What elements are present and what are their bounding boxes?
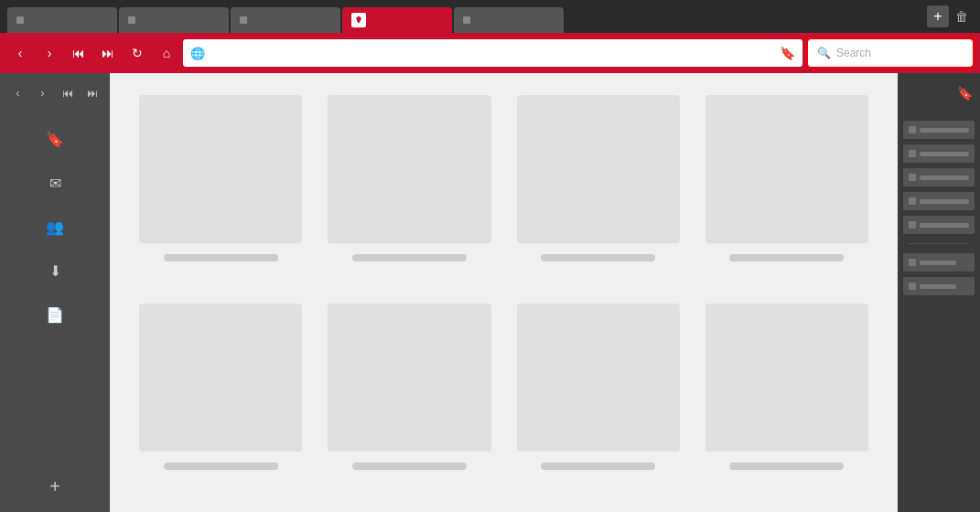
right-item-6-dot [909, 259, 916, 266]
right-panel-items [898, 113, 980, 512]
grid-thumb-6 [328, 304, 490, 452]
sidebar-item-notes[interactable]: 📄 [40, 300, 70, 329]
sidebar-item-contacts[interactable]: 👥 [40, 212, 70, 241]
grid-label-5 [164, 463, 278, 470]
grid-thumb-5 [139, 304, 302, 452]
tab-4-active[interactable] [342, 7, 452, 33]
right-item-6-bar [920, 261, 956, 265]
back-button[interactable]: ‹ [7, 40, 33, 66]
grid-item-3[interactable] [517, 95, 680, 282]
tab-5[interactable] [454, 7, 564, 33]
skip-button[interactable]: ⏭ [95, 40, 121, 66]
right-item-2-dot [909, 150, 916, 157]
speed-dial-grid [110, 73, 898, 512]
globe-icon: 🌐 [190, 47, 205, 60]
sidebar-back-button[interactable]: ‹ [7, 82, 28, 104]
trash-button[interactable]: 🗑 [951, 5, 973, 27]
right-panel: 🔖 [898, 73, 980, 512]
right-item-3-bar [920, 176, 969, 180]
sidebar-nav: ‹ › ⏮ ⏭ [0, 73, 110, 113]
grid-thumb-8 [705, 304, 868, 452]
right-item-2-bar [920, 152, 969, 156]
grid-thumb-7 [517, 304, 680, 452]
grid-item-5[interactable] [139, 304, 302, 490]
right-item-5-bar [920, 223, 969, 228]
browser-viewport [110, 73, 898, 512]
forward-button[interactable]: › [37, 40, 62, 66]
right-item-1-bar [920, 128, 969, 133]
search-bar[interactable]: 🔍 Search [808, 39, 973, 67]
left-sidebar: ‹ › ⏮ ⏭ 🔖 ✉ 👥 ⬇ 📄 + [0, 73, 110, 512]
sidebar-skip-button[interactable]: ⏭ [81, 82, 102, 104]
right-item-5-dot [909, 221, 916, 229]
grid-item-4[interactable] [705, 95, 868, 282]
tab-3[interactable] [231, 7, 340, 33]
right-item-4[interactable] [903, 192, 975, 210]
grid-item-7[interactable] [517, 304, 680, 490]
nav-bar: ‹ › ⏮ ⏭ ↻ ⌂ 🌐 🔖 🔍 Search [0, 33, 980, 73]
grid-label-1 [164, 254, 278, 261]
grid-thumb-1 [139, 95, 302, 243]
right-item-7-dot [909, 283, 916, 290]
sidebar-add-button[interactable]: + [40, 472, 70, 501]
grid-item-8[interactable] [705, 304, 868, 490]
tab-1-placeholder [16, 16, 24, 24]
right-item-4-bar [920, 199, 969, 204]
grid-label-6 [352, 463, 467, 470]
tab-1[interactable] [7, 7, 117, 33]
tab-2-placeholder [128, 16, 135, 24]
home-button[interactable]: ⌂ [154, 40, 179, 66]
right-item-6[interactable] [903, 253, 975, 272]
right-divider [909, 243, 969, 244]
reload-button[interactable]: ↻ [124, 40, 150, 66]
grid-thumb-3 [517, 95, 680, 243]
right-item-7[interactable] [903, 277, 975, 295]
search-icon: 🔍 [817, 47, 831, 59]
tab-bar: + 🗑 [0, 0, 980, 33]
main-area: ‹ › ⏮ ⏭ 🔖 ✉ 👥 ⬇ 📄 + [0, 73, 980, 512]
address-bar-container: 🌐 🔖 🔍 Search [183, 39, 973, 67]
grid-thumb-4 [705, 95, 868, 243]
right-bookmark-icon[interactable]: 🔖 [957, 86, 973, 101]
sidebar-icons: 🔖 ✉ 👥 ⬇ 📄 [0, 113, 110, 472]
tab-3-placeholder [240, 16, 247, 24]
sidebar-rewind-button[interactable]: ⏮ [57, 82, 78, 104]
right-item-3-dot [909, 174, 916, 181]
rewind-button[interactable]: ⏮ [66, 40, 92, 66]
sidebar-item-mail[interactable]: ✉ [40, 168, 70, 197]
right-panel-top: 🔖 [898, 73, 980, 113]
right-item-1-dot [909, 126, 916, 133]
right-item-2[interactable] [903, 144, 975, 163]
right-item-5[interactable] [903, 216, 975, 234]
grid-item-6[interactable] [328, 304, 490, 490]
grid-label-7 [541, 463, 655, 470]
sidebar-item-bookmark[interactable]: 🔖 [40, 124, 70, 154]
search-placeholder-text: Search [836, 47, 871, 59]
add-tab-button[interactable]: + [927, 5, 949, 27]
grid-thumb-2 [328, 95, 490, 243]
grid-label-2 [352, 254, 467, 261]
grid-label-4 [729, 254, 844, 261]
bookmark-icon[interactable]: 🔖 [780, 46, 795, 60]
right-item-4-dot [909, 197, 916, 205]
address-bar[interactable]: 🌐 🔖 [183, 39, 802, 67]
grid-item-2[interactable] [328, 95, 490, 282]
grid-item-1[interactable] [139, 95, 302, 282]
sidebar-item-downloads[interactable]: ⬇ [40, 256, 70, 285]
tab-5-placeholder [463, 16, 470, 24]
sidebar-forward-button[interactable]: › [32, 82, 53, 104]
grid-label-3 [541, 254, 655, 261]
grid-label-8 [729, 463, 844, 470]
tab-4-icon [351, 13, 366, 27]
right-item-3[interactable] [903, 168, 975, 187]
tab-2[interactable] [119, 7, 229, 33]
right-item-1[interactable] [903, 121, 975, 139]
right-item-7-bar [920, 284, 956, 289]
